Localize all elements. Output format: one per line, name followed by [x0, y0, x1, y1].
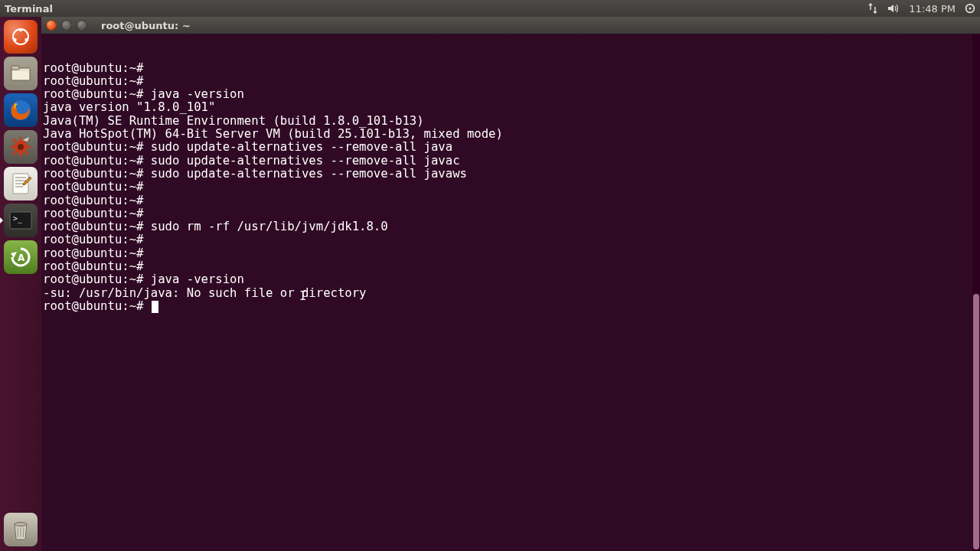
terminal-prompt-line: root@ubuntu:~#	[43, 260, 978, 273]
svg-point-28	[15, 523, 27, 527]
sound-indicator-icon[interactable]	[887, 3, 900, 14]
terminal-output-line: java version "1.8.0_101"	[43, 101, 978, 114]
svg-line-16	[13, 139, 15, 142]
terminal-prompt-line: root@ubuntu:~#	[43, 247, 978, 260]
svg-rect-7	[11, 66, 19, 70]
firefox-icon[interactable]	[4, 93, 38, 127]
svg-point-11	[18, 144, 24, 150]
svg-point-3	[19, 28, 22, 31]
clock-indicator[interactable]: 11:48 PM	[909, 3, 956, 15]
terminal-prompt-line: root@ubuntu:~# java -version	[43, 273, 978, 286]
terminal-prompt-line: root@ubuntu:~#	[43, 62, 978, 75]
top-menubar: Terminal 11:48 PM	[0, 0, 980, 17]
terminal-prompt-line: root@ubuntu:~#	[43, 207, 978, 220]
menubar-app-name: Terminal	[5, 3, 53, 15]
terminal-scrollbar[interactable]	[972, 34, 980, 551]
text-editor-icon[interactable]	[4, 167, 38, 201]
terminal-prompt-line: root@ubuntu:~# sudo update-alternatives …	[43, 168, 978, 181]
terminal-prompt-line: root@ubuntu:~#	[43, 300, 978, 313]
svg-text:A: A	[18, 253, 25, 263]
software-updater-icon[interactable]: A	[4, 240, 38, 274]
window-minimize-button[interactable]	[61, 20, 72, 31]
window-close-button[interactable]	[46, 20, 57, 31]
svg-line-29	[18, 527, 18, 537]
terminal-prompt-line: root@ubuntu:~#	[43, 233, 978, 246]
terminal-body[interactable]: root@ubuntu:~# root@ubuntu:~# root@ubunt…	[41, 34, 980, 551]
launcher: >_ A	[0, 17, 41, 551]
svg-rect-8	[12, 71, 29, 80]
terminal-prompt-line: root@ubuntu:~# sudo update-alternatives …	[43, 155, 978, 168]
terminal-prompt-line: root@ubuntu:~#	[43, 194, 978, 207]
terminal-window: root@ubuntu: ~ root@ubuntu:~# root@ubunt…	[41, 17, 980, 551]
svg-line-17	[26, 152, 28, 155]
window-title: root@ubuntu: ~	[101, 20, 191, 31]
network-indicator-icon[interactable]	[867, 3, 878, 14]
svg-point-4	[24, 38, 28, 41]
terminal-prompt-line: root@ubuntu:~# sudo rm -rf /usr/lib/jvm/…	[43, 220, 978, 233]
svg-point-1	[969, 8, 972, 10]
terminal-output-line: Java HotSpot(TM) 64-Bit Server VM (build…	[43, 128, 978, 141]
text-cursor-ibeam: I	[299, 290, 306, 303]
dash-icon[interactable]	[4, 20, 38, 54]
scrollbar-thumb[interactable]	[973, 294, 979, 549]
svg-line-31	[24, 527, 24, 537]
terminal-prompt-line: root@ubuntu:~# java -version	[43, 88, 978, 101]
terminal-prompt-line: root@ubuntu:~# sudo update-alternatives …	[43, 141, 978, 154]
terminal-block-cursor	[152, 301, 158, 313]
terminal-output-line: Java(TM) SE Runtime Environment (build 1…	[43, 115, 978, 128]
trash-icon[interactable]	[4, 513, 38, 546]
svg-text:>_: >_	[13, 214, 23, 223]
settings-icon[interactable]	[4, 130, 38, 164]
terminal-prompt-line: root@ubuntu:~#	[43, 181, 978, 194]
svg-point-5	[13, 38, 16, 41]
window-titlebar[interactable]: root@ubuntu: ~	[41, 17, 980, 34]
session-indicator-icon[interactable]	[965, 3, 975, 14]
terminal-output-line: -su: /usr/bin/java: No such file or dire…	[43, 287, 978, 300]
svg-line-18	[13, 152, 15, 155]
terminal-prompt-line: root@ubuntu:~#	[43, 75, 978, 88]
window-maximize-button[interactable]	[77, 20, 87, 31]
files-icon[interactable]	[4, 57, 38, 90]
terminal-icon[interactable]: >_	[4, 204, 38, 237]
